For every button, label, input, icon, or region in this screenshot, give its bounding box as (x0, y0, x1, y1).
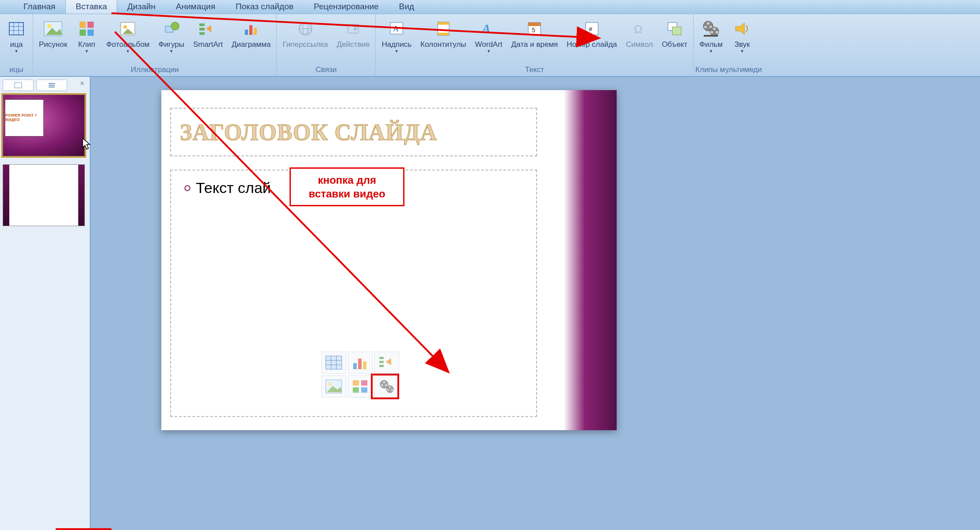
svg-rect-9 (88, 22, 94, 28)
movie-button[interactable]: Фильм ▼ (695, 17, 727, 55)
svg-rect-52 (15, 83, 22, 88)
action-icon (343, 18, 364, 39)
datetime-label: Дата и время (511, 40, 558, 49)
svg-point-80 (389, 386, 391, 388)
slide-title-text: ЗАГОЛОВОК СЛАЙДА (180, 119, 527, 145)
symbol-button[interactable]: Ω Символ (622, 17, 657, 50)
tab-slideshow[interactable]: Показ слайдов (225, 0, 304, 14)
bullet-icon (184, 185, 191, 191)
action-button[interactable]: Действие (333, 17, 374, 50)
outline-tab[interactable] (36, 80, 67, 91)
svg-point-77 (381, 384, 383, 386)
ribbon-group-links: Гиперссылка Действие Связи (277, 14, 376, 76)
slides-tab[interactable] (3, 80, 34, 91)
datetime-button[interactable]: 5 Дата и время (507, 17, 562, 50)
wordart-button[interactable]: A WordArt ▼ (471, 17, 507, 55)
insert-table-icon[interactable] (321, 352, 346, 374)
svg-rect-18 (199, 28, 205, 30)
ribbon-group-media: Фильм ▼ Звук ▼ Клипы мультимеди (694, 14, 763, 76)
object-icon (664, 18, 685, 39)
svg-point-81 (387, 389, 389, 391)
svg-rect-73 (353, 387, 359, 393)
tab-insert[interactable]: Вставка (65, 0, 117, 14)
svg-rect-33 (438, 33, 449, 35)
svg-point-13 (123, 25, 127, 29)
svg-rect-63 (363, 361, 366, 369)
shapes-label: Фигуры (158, 40, 184, 49)
thumb2-left-stripe (3, 165, 9, 226)
symbol-icon: Ω (629, 18, 650, 39)
sound-button[interactable]: Звук ▼ (728, 17, 757, 55)
callout-line2: вставки видео (299, 187, 395, 201)
table-button[interactable]: ица ▼ (2, 17, 31, 55)
group-label-media: Клипы мультимеди (695, 64, 762, 76)
chart-button[interactable]: Диаграмма (228, 17, 275, 50)
slide-thumbnail-2[interactable] (3, 164, 85, 226)
panel-close-button[interactable]: × (77, 80, 87, 91)
photoalbum-label: Фотоальбом (106, 40, 149, 49)
textbox-button[interactable]: A Надпись ▼ (378, 17, 416, 55)
tab-view[interactable]: Вид (389, 0, 424, 14)
slidenum-button[interactable]: # Номер слайда (563, 17, 621, 50)
smartart-icon (197, 18, 218, 39)
slide-canvas[interactable]: ЗАГОЛОВОК СЛАЙДА Текст слай (161, 90, 617, 430)
title-placeholder[interactable]: ЗАГОЛОВОК СЛАЙДА (170, 108, 537, 156)
sound-icon (732, 18, 753, 39)
clipart-button[interactable]: Клип ▼ (72, 17, 101, 55)
insert-media-icon[interactable] (374, 375, 399, 398)
thumb2-right-stripe (78, 165, 84, 226)
svg-rect-10 (80, 30, 86, 36)
slide-editor[interactable]: ЗАГОЛОВОК СЛАЙДА Текст слай (91, 77, 980, 530)
svg-point-6 (47, 24, 52, 28)
insert-chart-icon[interactable] (348, 352, 373, 374)
wordart-icon: A (478, 18, 500, 39)
body-placeholder[interactable]: Текст слай (170, 170, 537, 417)
svg-rect-62 (358, 359, 362, 369)
svg-rect-23 (254, 28, 257, 35)
svg-rect-8 (80, 22, 86, 28)
tab-design[interactable]: Дизайн (117, 0, 166, 14)
tab-home[interactable]: Главная (13, 0, 65, 14)
picture-button[interactable]: Рисунок (35, 17, 71, 50)
svg-rect-17 (199, 23, 205, 26)
tab-animation[interactable]: Анимация (166, 0, 225, 14)
svg-point-49 (710, 31, 713, 34)
svg-rect-74 (361, 387, 367, 393)
headerfooter-label: Колонтитулы (420, 40, 466, 49)
svg-point-50 (716, 31, 718, 34)
object-button[interactable]: Объект (658, 17, 691, 50)
ribbon-group-illustrations: Рисунок Клип ▼ Фотоальбом ▼ Фиг (33, 14, 277, 76)
hyperlink-button[interactable]: Гиперссылка (278, 17, 332, 50)
body-text: Текст слай (196, 179, 271, 197)
svg-rect-64 (379, 357, 384, 359)
shapes-icon (161, 18, 182, 39)
chevron-down-icon: ▼ (85, 49, 89, 53)
svg-rect-51 (704, 35, 718, 37)
insert-smartart-icon[interactable] (374, 352, 399, 374)
smartart-button[interactable]: SmartArt (189, 17, 227, 50)
ribbon-group-tables: ица ▼ ицы (0, 14, 33, 76)
headerfooter-button[interactable]: Колонтитулы (416, 17, 470, 50)
clipart-icon (76, 18, 97, 39)
svg-point-48 (713, 27, 716, 30)
svg-rect-22 (249, 25, 252, 35)
slide-thumbnail-1[interactable]: POWER POINT + ВИДЕО (3, 95, 85, 156)
content-area: × POWER POINT + ВИДЕО ЗАГОЛОВОК СЛАЙДА Т… (0, 77, 980, 530)
insert-picture-icon[interactable] (321, 375, 346, 398)
group-label-links: Связи (278, 64, 374, 76)
movie-label: Фильм (699, 40, 723, 49)
insert-clipart-icon[interactable] (348, 375, 373, 398)
action-label: Действие (337, 40, 370, 49)
shapes-button[interactable]: Фигуры ▼ (154, 17, 188, 55)
svg-text:A: A (393, 24, 399, 33)
chevron-down-icon: ▼ (709, 49, 713, 53)
group-label-tables: ицы (2, 64, 31, 76)
svg-marker-20 (206, 25, 211, 32)
tab-review[interactable]: Рецензирование (304, 0, 389, 14)
thumb1-caption: POWER POINT + ВИДЕО (5, 99, 44, 136)
chevron-down-icon: ▼ (740, 49, 744, 53)
outline-tab-icon (48, 82, 56, 88)
picture-label: Рисунок (39, 40, 67, 49)
photoalbum-button[interactable]: Фотоальбом ▼ (102, 17, 153, 55)
content-icon-grid (321, 352, 399, 398)
